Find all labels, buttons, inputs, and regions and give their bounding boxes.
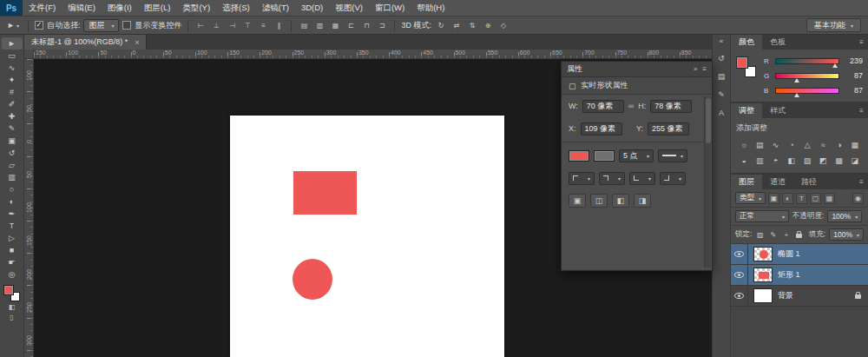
auto-select-checkbox[interactable]: ✓	[35, 21, 43, 30]
fill-color-swatch[interactable]	[569, 150, 589, 162]
slider-thumb[interactable]	[794, 78, 799, 83]
menu-filter[interactable]: 滤镜(T)	[256, 0, 295, 16]
photo-filter-icon[interactable]: ◒	[736, 155, 752, 166]
tab-styles[interactable]: 样式	[762, 103, 793, 118]
tab-paths[interactable]: 路径	[793, 175, 825, 189]
red-value[interactable]: 239	[844, 56, 863, 65]
path-select-tool[interactable]: ▷	[2, 232, 23, 244]
marquee-tool[interactable]: ▭	[2, 50, 23, 62]
lock-pixels-icon[interactable]: ✎	[768, 229, 778, 240]
color-lookup-icon[interactable]: ◓	[768, 155, 784, 166]
corner-tr-input[interactable]: ▾	[599, 172, 625, 185]
properties-header[interactable]: 属性 » ≡	[562, 62, 712, 77]
filter-pixel-layers-icon[interactable]: ▣	[768, 193, 779, 204]
tool-preset-button[interactable]: ► ▾	[4, 21, 22, 30]
move-tool[interactable]: ►	[2, 37, 23, 50]
stroke-color-swatch[interactable]	[594, 150, 615, 162]
distribute-icon[interactable]: ▤	[298, 20, 310, 31]
dodge-tool[interactable]: ◐	[2, 195, 23, 208]
menu-window[interactable]: 窗口(W)	[369, 0, 411, 16]
filter-shape-layers-icon[interactable]: ▢	[810, 193, 821, 204]
posterize-icon[interactable]: ▨	[799, 155, 815, 166]
panel-menu-icon[interactable]: ≡	[855, 103, 868, 118]
layer-row-background[interactable]: 背景	[731, 286, 868, 307]
vibrance-icon[interactable]: △	[799, 139, 815, 150]
character-panel-icon[interactable]: A	[714, 107, 728, 118]
lock-position-icon[interactable]: +	[781, 229, 791, 240]
filter-adjustment-layers-icon[interactable]: ◐	[782, 193, 793, 204]
green-value[interactable]: 87	[844, 71, 863, 80]
pathfinder-intersect-button[interactable]: ◧	[612, 194, 629, 208]
3d-mode-icon[interactable]: ↻	[435, 20, 447, 31]
fill-dropdown[interactable]: 100% ▾	[829, 228, 864, 241]
align-icon[interactable]: ∥	[273, 20, 285, 31]
layer-row-ellipse[interactable]: 椭圆 1	[731, 244, 868, 265]
threshold-icon[interactable]: ◩	[815, 155, 831, 166]
exposure-icon[interactable]: ◔	[784, 139, 799, 150]
visibility-toggle[interactable]	[731, 265, 748, 285]
tab-swatches[interactable]: 色板	[762, 35, 793, 50]
eyedropper-tool[interactable]: ✐	[2, 98, 23, 110]
scrollbar[interactable]	[704, 96, 711, 268]
align-icon[interactable]: ⊣	[226, 20, 238, 31]
width-input[interactable]: 70 像素	[582, 100, 624, 113]
gradient-map-icon[interactable]: ▩	[832, 155, 847, 166]
gradient-tool[interactable]: ▥	[2, 171, 23, 183]
layer-thumbnail[interactable]	[753, 247, 773, 261]
close-icon[interactable]: ×	[135, 38, 139, 47]
align-icon[interactable]: ⊤	[241, 20, 253, 31]
menu-image[interactable]: 图像(I)	[102, 0, 138, 16]
distribute-icon[interactable]: ▦	[329, 20, 341, 31]
visibility-toggle[interactable]	[731, 286, 748, 306]
healing-brush-tool[interactable]: ✚	[2, 110, 23, 122]
auto-select-dropdown[interactable]: 图层 ▾	[83, 19, 119, 32]
align-icon[interactable]: ≡	[257, 20, 269, 31]
layer-thumbnail[interactable]	[753, 288, 773, 303]
expand-panels-icon[interactable]: «	[720, 37, 723, 45]
filter-toggle-icon[interactable]: ◉	[852, 193, 864, 204]
zoom-tool[interactable]: ◎	[2, 268, 23, 281]
foreground-color-swatch[interactable]	[3, 285, 14, 295]
3d-mode-icon[interactable]: ⇄	[450, 20, 463, 31]
panel-menu-icon[interactable]: ≡	[702, 65, 707, 73]
lock-transparency-icon[interactable]: ▨	[755, 229, 765, 240]
red-slider[interactable]	[775, 58, 839, 64]
menu-edit[interactable]: 编辑(E)	[62, 0, 102, 16]
shape-tool[interactable]: ■	[2, 244, 23, 256]
layer-row-rectangle[interactable]: 矩形 1	[731, 265, 868, 286]
corner-bl-input[interactable]: ▾	[629, 172, 655, 185]
distribute-icon[interactable]: ⊐	[376, 20, 388, 31]
filter-smart-objects-icon[interactable]: ▦	[824, 193, 835, 204]
history-brush-tool[interactable]: ↺	[2, 147, 23, 159]
lock-all-icon[interactable]	[794, 229, 804, 240]
filter-type-layers-icon[interactable]: T	[796, 193, 807, 204]
channel-mixer-icon[interactable]: ▥	[752, 155, 767, 166]
3d-mode-icon[interactable]: ⊕	[482, 20, 494, 31]
rectangle-shape[interactable]	[293, 171, 357, 215]
history-panel-icon[interactable]: ↺	[714, 52, 728, 63]
tab-layers[interactable]: 图层	[731, 175, 762, 189]
opacity-dropdown[interactable]: 100% ▾	[827, 210, 862, 222]
invert-icon[interactable]: ◧	[784, 155, 799, 166]
menu-3d[interactable]: 3D(D)	[295, 0, 329, 16]
menu-type[interactable]: 类型(Y)	[176, 0, 216, 16]
x-input[interactable]: 109 像素	[581, 122, 622, 136]
curves-icon[interactable]: ∿	[768, 139, 784, 150]
document-tab[interactable]: 未标题-1 @ 100%(RGB/8) * ×	[24, 35, 147, 50]
pathfinder-subtract-button[interactable]: ◫	[590, 194, 608, 208]
brush-panel-icon[interactable]: ✎	[714, 89, 728, 100]
corner-tl-input[interactable]: ▾	[569, 172, 595, 185]
distribute-icon[interactable]: ⊓	[360, 20, 372, 31]
levels-icon[interactable]: ▤	[752, 139, 767, 150]
vertical-ruler[interactable]: 100 50 0 50 100 150 200 250 300	[24, 59, 34, 357]
green-slider[interactable]	[775, 73, 839, 79]
quick-select-tool[interactable]: ✦	[2, 74, 23, 86]
menu-layer[interactable]: 图层(L)	[138, 0, 177, 16]
info-panel-icon[interactable]: ▤	[714, 70, 728, 82]
y-input[interactable]: 255 像素	[648, 122, 689, 136]
workspace-switcher-button[interactable]: 基本功能 ▾	[806, 18, 861, 32]
blur-tool[interactable]: ○	[2, 183, 23, 195]
align-icon[interactable]: ⊢	[194, 20, 207, 31]
blue-slider[interactable]	[775, 88, 839, 94]
visibility-toggle[interactable]	[731, 244, 748, 264]
